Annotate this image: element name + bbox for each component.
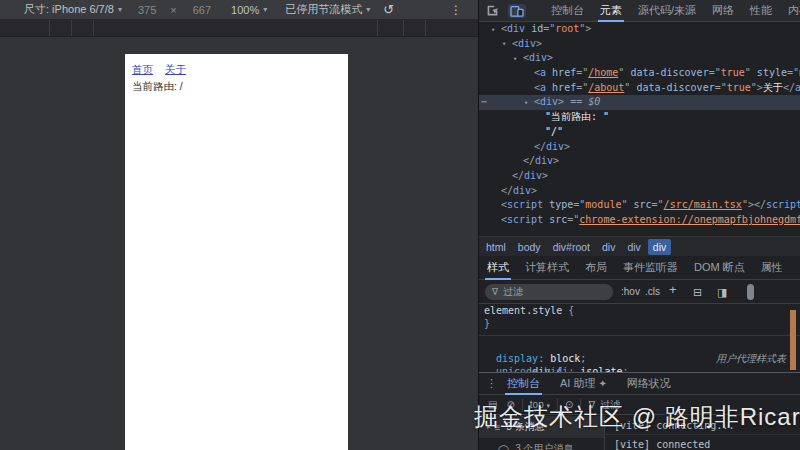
styles-tab-5[interactable]: 属性 (753, 256, 791, 280)
code-token: =" (787, 67, 799, 78)
drawer-tab-控制台[interactable]: 控制台 (497, 373, 550, 395)
code-token: type (549, 199, 573, 210)
row-overflow-icon[interactable]: ⋯ (481, 95, 486, 110)
devtools-toolbar: 控制台元素源代码/来源网络性能内存 (479, 0, 800, 22)
clear-console-icon[interactable]: ⊘ (506, 399, 514, 410)
breadcrumb-item[interactable]: div (648, 239, 671, 255)
element-tree-row[interactable]: "/" (479, 125, 800, 140)
code-token: "/" (545, 126, 563, 137)
expand-arrow-icon[interactable]: ▾ (491, 23, 495, 38)
scrollbar-thumb[interactable] (747, 284, 754, 300)
code-token: style (757, 67, 787, 78)
device-dimensions-select[interactable]: 尺寸: iPhone 6/7/8 (24, 2, 114, 17)
link-home[interactable]: 首页 (132, 63, 153, 75)
element-tree-row[interactable]: <a href="/about" data-discover="true">关于… (479, 81, 800, 96)
code-token: div (540, 96, 558, 107)
code-token: /about (588, 82, 624, 93)
expand-arrow-icon[interactable]: ▾ (502, 37, 506, 52)
code-token: href (552, 82, 576, 93)
breadcrumb-item[interactable]: div (597, 239, 620, 255)
styles-tab-0[interactable]: 样式 (479, 256, 517, 280)
expand-arrow-icon[interactable]: ▾ (513, 52, 517, 67)
code-token: =" (573, 199, 585, 210)
rendering-emulation-icon[interactable]: ⊟ (693, 284, 702, 300)
code-token: > (531, 185, 537, 196)
styles-toolbar: ∇ 过滤 :hov .cls + ⊟ ◨ (479, 280, 800, 304)
styles-tab-1[interactable]: 计算样式 (517, 256, 577, 280)
inspect-element-icon[interactable] (486, 4, 499, 17)
chevron-down-icon: ▾ (263, 5, 267, 14)
element-tree-row[interactable]: <a href="/home" data-discover="true" sty… (479, 66, 800, 81)
console-sidebar-icon[interactable]: ▤ (488, 399, 497, 410)
code-token: div (518, 38, 536, 49)
expander-icon[interactable]: ▸ (487, 423, 491, 431)
breadcrumb-item[interactable]: div#root (548, 239, 595, 255)
tab-内存[interactable]: 内存 (780, 0, 800, 22)
eye-icon[interactable]: ⊙ (565, 399, 573, 410)
toggle-computed-sidebar-icon[interactable]: ◨ (717, 284, 727, 300)
throttling-select[interactable]: 已停用节流模式 (285, 2, 362, 17)
breadcrumb-item[interactable]: html (481, 239, 511, 255)
console-body: ▸≡3 条消息◯3 个用户消息 [vite] connecting...[vit… (479, 416, 800, 450)
toggle-class-button[interactable]: .cls (645, 284, 660, 300)
rotate-icon[interactable]: ↺ (383, 2, 394, 17)
ai-spark-icon: ✦ (598, 378, 606, 389)
drawer-tab-网络状况[interactable]: 网络状况 (617, 373, 681, 395)
drawer-menu-icon[interactable]: ⋮ (486, 377, 497, 390)
element-tree-row[interactable]: <script src="chrome-extension://onepmapf… (479, 213, 800, 228)
element-tree-row[interactable]: </div> (479, 169, 800, 184)
viewport-width-field[interactable]: 375 (138, 4, 156, 16)
code-token: chrome-extension://onepmapfbjohnegdmfhnd… (579, 214, 800, 225)
console-sidebar-item[interactable]: ▸≡3 条消息 (479, 416, 604, 438)
toolbar-divider (522, 399, 523, 411)
viewport-height-field[interactable]: 667 (193, 4, 211, 16)
chevron-down-icon: ▾ (118, 5, 122, 14)
toggle-device-toolbar-icon[interactable] (508, 4, 526, 18)
toggle-hover-state-button[interactable]: :hov (621, 284, 640, 300)
breadcrumb-item[interactable]: body (513, 239, 546, 255)
element-tree-row[interactable]: </div> (479, 154, 800, 169)
tab-元素[interactable]: 元素 (592, 0, 630, 22)
tab-控制台[interactable]: 控制台 (543, 0, 592, 22)
console-context-select[interactable]: top ▾ (530, 399, 550, 410)
console-filter-input[interactable]: 过滤 (600, 398, 620, 412)
element-tree-row[interactable]: ▾<div id="root"> (479, 22, 800, 37)
element-tree-row[interactable]: <script type="module" src="/src/main.tsx… (479, 198, 800, 213)
new-style-rule-icon[interactable]: + (669, 282, 677, 298)
code-token: script (507, 199, 543, 210)
page-nav: 首页 关于 (125, 54, 348, 77)
code-token: =" (576, 82, 588, 93)
element-tree-row[interactable]: ▾<div> (479, 37, 800, 52)
tab-性能[interactable]: 性能 (742, 0, 780, 22)
element-tree-row[interactable]: ⋯▾<div> == $0 (479, 95, 800, 110)
code-token: /home (588, 67, 618, 78)
element-tree-row[interactable]: "当前路由: " (479, 110, 800, 125)
zoom-select[interactable]: 100% (231, 4, 259, 16)
devtools-drawer: ⋮ 控制台AI 助理✦网络状况 ▤ ⊘ top ▾ ⊙ ∇ 过滤 ▸≡3 条消息… (479, 372, 800, 450)
element-style-rule[interactable]: element.style { (479, 304, 800, 317)
expand-arrow-icon[interactable]: ▾ (524, 96, 528, 111)
console-messages: [vite] connecting...[vite] connected (606, 416, 800, 450)
drawer-tab-AI 助理[interactable]: AI 助理✦ (550, 373, 617, 395)
styles-tab-4[interactable]: DOM 断点 (686, 256, 753, 280)
styles-tab-3[interactable]: 事件监听器 (615, 256, 686, 280)
tab-网络[interactable]: 网络 (704, 0, 742, 22)
element-tree-row[interactable]: ▾<div> (479, 51, 800, 66)
code-token: a (795, 82, 800, 93)
ua-rule-selector-line[interactable]: 用户代理样式表 div { (479, 339, 800, 352)
element-tree-row[interactable]: </div> (479, 184, 800, 199)
code-token: =" (709, 67, 721, 78)
css-declaration[interactable]: unicode-bidi: isolate; (479, 365, 800, 372)
code-token: root (555, 23, 579, 34)
kebab-menu-icon[interactable]: ⋮ (450, 3, 462, 17)
console-sidebar-item[interactable]: ◯3 个用户消息 (479, 438, 604, 450)
screenshot-root: 尺寸: iPhone 6/7/8 ▾ 375 × 667 100% ▾ 已停用节… (0, 0, 800, 450)
link-about[interactable]: 关于 (165, 63, 186, 75)
drawer-tab-list: 控制台AI 助理✦网络状况 (497, 373, 681, 395)
messages-list-icon: ≡ (495, 422, 501, 433)
breadcrumb-item[interactable]: div (622, 239, 645, 255)
styles-tab-2[interactable]: 布局 (577, 256, 615, 280)
tab-源代码/来源[interactable]: 源代码/来源 (630, 0, 704, 22)
styles-filter-input[interactable]: ∇ 过滤 (485, 284, 613, 300)
element-tree-row[interactable]: </div> (479, 140, 800, 155)
